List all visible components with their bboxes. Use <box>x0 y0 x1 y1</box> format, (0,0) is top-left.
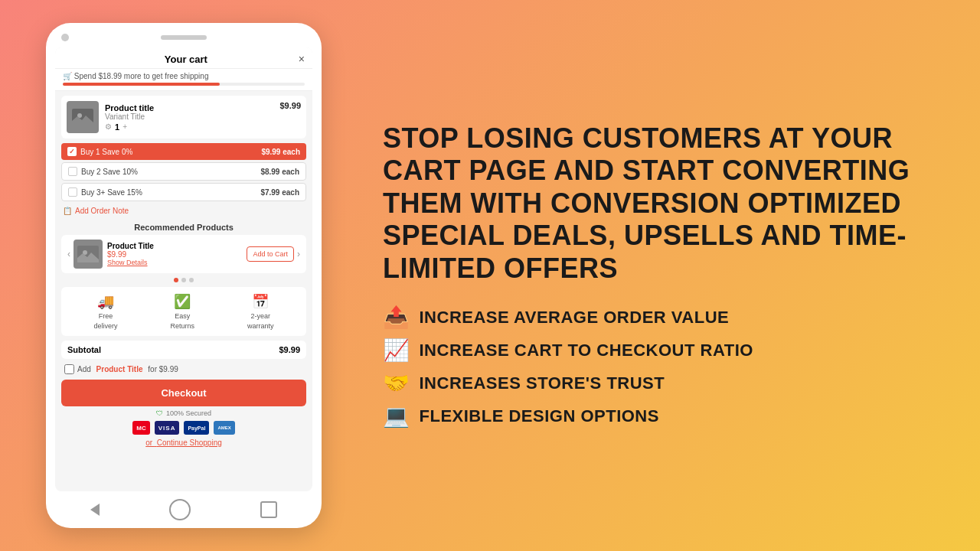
carousel-prev-arrow[interactable]: ‹ <box>67 249 70 259</box>
product-item: Product title Variant Title ⚙ 1 + $9.99 <box>61 96 306 139</box>
phone-top-bar <box>55 34 312 47</box>
product-info: Product title Variant Title ⚙ 1 + <box>105 103 273 132</box>
cart-header: Your cart × <box>55 47 312 69</box>
shipping-banner: 🛒 Spend $18.99 more to get free shipping <box>55 69 312 91</box>
payment-icons: MC VISA PayPal AMEX <box>61 421 306 435</box>
visa-icon: VISA <box>155 421 180 435</box>
upsell-checkbox[interactable] <box>64 364 74 374</box>
dot-3 <box>189 278 194 282</box>
trust-badges: 🚚 Free delivery ✅ Easy Returns 📅 2-year … <box>61 287 306 336</box>
phone-outer: Your cart × 🛒 Spend $18.99 more to get f… <box>46 23 322 528</box>
right-panel: STOP LOSING CUSTOMERS AT YOUR CART PAGE … <box>368 99 980 452</box>
upsell-product-name: Product Title <box>96 365 143 373</box>
bundle-price-1: $9.99 each <box>261 148 300 156</box>
recommended-title: Recommended Products <box>61 218 306 235</box>
warranty-line1: 2-year <box>250 312 270 320</box>
subtotal-row: Subtotal $9.99 <box>61 341 306 359</box>
continue-shopping-or: or <box>145 439 155 447</box>
phone-mockup-panel: Your cart × 🛒 Spend $18.99 more to get f… <box>0 0 368 551</box>
continue-shopping-text: Continue Shopping <box>157 439 222 447</box>
shield-icon: 🛡 <box>156 409 163 417</box>
upsell-add-label: Add <box>77 365 93 373</box>
home-nav-button[interactable] <box>169 499 191 520</box>
qty-settings-icon: ⚙ <box>105 122 112 131</box>
feature-text-2: INCREASE CART TO CHECKOUT RATIO <box>420 341 753 360</box>
product-variant: Variant Title <box>105 112 273 121</box>
returns-icon: ✅ <box>174 293 191 310</box>
amex-icon: AMEX <box>214 421 234 435</box>
main-headline: STOP LOSING CUSTOMERS AT YOUR CART PAGE … <box>383 122 949 285</box>
mastercard-icon: MC <box>132 421 149 435</box>
delivery-line2: delivery <box>93 322 117 330</box>
dot-2 <box>181 278 186 282</box>
back-nav-button[interactable] <box>90 504 100 516</box>
phone-home-indicator <box>61 34 69 41</box>
feature-item-1: 📤 INCREASE AVERAGE ORDER VALUE <box>383 305 949 330</box>
phone-scroll-bar <box>161 35 207 40</box>
carousel-dots <box>61 278 306 282</box>
note-label: Add Order Note <box>75 207 129 215</box>
bundle-label-3: Buy 3+ Save 15% <box>81 188 260 197</box>
security-text: 100% Secured <box>166 409 211 417</box>
delivery-line1: Free <box>99 312 113 320</box>
product-image <box>67 101 99 133</box>
upsell-price-text: for $9.99 <box>146 365 178 373</box>
returns-line2: Returns <box>170 322 194 330</box>
bundle-option-1[interactable]: ✓ Buy 1 Save 0% $9.99 each <box>61 143 306 160</box>
dot-1 <box>174 278 178 282</box>
feature-item-4: 💻 FLEXIBLE DESIGN OPTIONS <box>383 403 949 429</box>
rec-price: $9.99 <box>107 250 242 259</box>
bundle-price-2: $8.99 each <box>260 168 299 176</box>
qty-number: 1 <box>115 122 119 132</box>
recommended-product-info: Product Title $9.99 Show Details <box>107 242 242 266</box>
aov-icon: 📤 <box>383 305 410 330</box>
trust-badge-delivery: 🚚 Free delivery <box>93 293 117 330</box>
security-row: 🛡 100% Secured <box>61 409 306 417</box>
feature-text-4: FLEXIBLE DESIGN OPTIONS <box>420 406 659 426</box>
close-button[interactable]: × <box>299 53 305 65</box>
rec-show-details-link[interactable]: Show Details <box>107 259 242 266</box>
recommended-product: Product Title $9.99 Show Details Add to … <box>74 240 294 269</box>
product-price: $9.99 <box>279 101 301 110</box>
bundle-option-2[interactable]: Buy 2 Save 10% $8.99 each <box>61 162 306 181</box>
qty-plus-icon[interactable]: + <box>122 122 127 131</box>
bundle-option-3[interactable]: Buy 3+ Save 15% $7.99 each <box>61 183 306 201</box>
checkout-button[interactable]: Checkout <box>61 380 306 406</box>
feature-item-3: 🤝 INCREASES STORE'S TRUST <box>383 370 949 396</box>
note-icon: 📋 <box>63 207 72 215</box>
feature-item-2: 📈 INCREASE CART TO CHECKOUT RATIO <box>383 337 949 363</box>
warranty-icon: 📅 <box>252 293 269 310</box>
ratio-icon: 📈 <box>383 337 410 363</box>
continue-shopping-link[interactable]: or Continue Shopping <box>61 439 306 447</box>
recommended-product-image <box>74 240 103 269</box>
delivery-icon: 🚚 <box>97 293 114 310</box>
phone-bottom-nav <box>55 491 312 520</box>
add-to-cart-button[interactable]: Add to Cart <box>247 246 294 262</box>
recommended-carousel: ‹ Product Title $9.99 Show <box>61 235 306 273</box>
paypal-icon: PayPal <box>184 421 209 435</box>
cart-panel: Your cart × 🛒 Spend $18.99 more to get f… <box>55 47 312 491</box>
bundle-check-3 <box>68 187 77 197</box>
warranty-line2: warranty <box>247 322 274 330</box>
bundle-label-1: Buy 1 Save 0% <box>80 148 261 156</box>
cart-title: Your cart <box>74 54 299 65</box>
feature-text-3: INCREASES STORE'S TRUST <box>420 373 665 393</box>
recent-nav-button[interactable] <box>260 501 277 518</box>
shipping-text: 🛒 Spend $18.99 more to get free shipping <box>63 72 305 80</box>
upsell-row: Add Product Title for $9.99 <box>61 362 306 377</box>
design-icon: 💻 <box>383 403 410 429</box>
product-qty-row: ⚙ 1 + <box>105 122 273 132</box>
trust-icon: 🤝 <box>383 370 410 396</box>
trust-badge-returns: ✅ Easy Returns <box>170 293 194 330</box>
subtotal-label: Subtotal <box>67 345 101 354</box>
shipping-progress-bar <box>63 83 305 86</box>
carousel-next-arrow[interactable]: › <box>297 249 300 259</box>
trust-badge-warranty: 📅 2-year warranty <box>247 293 274 330</box>
bundle-label-2: Buy 2 Save 10% <box>81 168 260 176</box>
bundle-check-2 <box>68 167 77 176</box>
subtotal-value: $9.99 <box>279 345 300 354</box>
shipping-progress-fill <box>63 83 220 86</box>
bundle-price-3: $7.99 each <box>260 188 299 197</box>
add-order-note-button[interactable]: 📋 Add Order Note <box>61 204 306 218</box>
product-title: Product title <box>105 103 273 112</box>
